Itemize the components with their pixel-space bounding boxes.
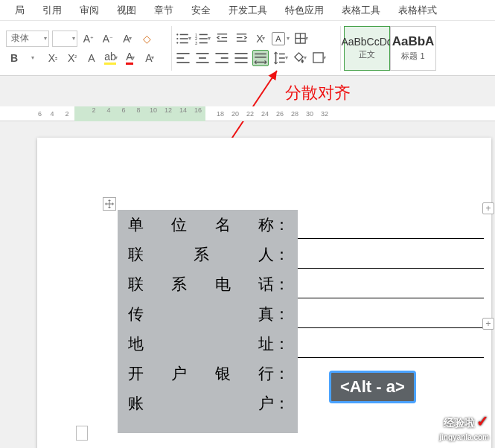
ribbon: 隶体▾ ▾ A⁺ A⁻ A▾ ◇ B ▾ X₂ X² A ab▾ A▾ A▾ ▾… [0,21,495,76]
tab[interactable]: 审阅 [71,4,108,17]
ruler-tick: 16 [191,106,205,121]
table-underline [298,268,484,269]
increase-font-icon[interactable]: A⁺ [80,31,97,47]
cell-text: 传真 [128,304,274,324]
ruler-tick: 10 [146,106,161,121]
menu-tabs: 局 引用 审阅 视图 章节 安全 开发工具 特色应用 表格工具 表格样式 [0,0,495,21]
font-color-icon[interactable]: A▾ [122,50,138,66]
tab[interactable]: 章节 [145,4,182,17]
style-heading1[interactable]: AaBbA 标题 1 [390,26,436,71]
ruler-tick: 28 [287,110,302,118]
shading-icon[interactable]: ▾ [291,50,307,66]
ruler-tick: 20 [228,110,243,118]
ruler-tick: 32 [317,110,332,118]
table-cell[interactable]: 单位名称： [118,210,298,240]
decrease-font-icon[interactable]: A⁻ [100,31,116,47]
annotation-label: 分散对齐 [285,82,351,104]
tab[interactable]: 局 [6,4,33,17]
ruler-tick: 6 [116,106,131,121]
font-size-select[interactable]: ▾ [52,31,77,47]
tab[interactable]: 表格工具 [333,4,389,17]
cell-text: 地址 [128,333,274,354]
ruler-tick: 30 [302,110,317,118]
svg-point-0 [176,33,178,35]
insert-column-icon[interactable]: + [482,202,494,214]
watermark: 经验啦✓ jingyanla.com [439,412,489,442]
font-name: 隶体 [11,32,29,45]
align-distribute-icon[interactable] [252,50,269,66]
highlight-icon[interactable]: ab▾ [103,50,119,66]
cell-colon: ： [274,393,287,414]
keyboard-shortcut-badge: <Alt - a> [329,371,416,403]
ruler-tick: 8 [131,106,146,121]
emphasis-icon[interactable]: A▾ [141,50,158,66]
ruler-tick: 4 [45,110,60,118]
font-name-select[interactable]: 隶体▾ [6,31,49,47]
cell-colon: ： [274,274,287,295]
table-underline [298,298,484,298]
indent-icon[interactable] [233,31,249,47]
table-cell[interactable]: 联系电话： [118,269,298,299]
tab[interactable]: 开发工具 [220,4,276,17]
underline-icon[interactable]: ▾ [25,50,42,66]
ruler-tick: 12 [161,106,176,121]
number-list-icon[interactable]: 123▾ [194,31,211,47]
clear-a-icon[interactable]: A [83,50,100,66]
clear-format-icon[interactable]: ◇ [138,31,155,47]
table-move-handle-icon[interactable] [103,197,116,211]
align-left-icon[interactable] [175,50,191,66]
table-cell[interactable]: 传真： [118,299,298,329]
superscript-icon[interactable]: X² [64,50,80,66]
outdent-icon[interactable] [214,31,230,47]
table-underline [298,357,484,358]
cell-colon: ： [274,304,287,324]
align-center-icon[interactable] [194,50,211,66]
ruler-tick: 26 [272,110,287,118]
insert-column-icon[interactable]: + [482,318,494,330]
table-cell[interactable]: 联系人： [118,240,298,269]
cell-text: 开户银行 [128,363,274,384]
tab[interactable]: 安全 [182,4,220,17]
horizontal-ruler[interactable]: 6 4 2 2 4 6 8 10 12 14 16 18 20 22 24 26… [0,106,495,121]
change-case-icon[interactable]: A▾ [119,31,135,47]
char-border-icon[interactable]: A [272,32,285,45]
ruler-tick: 22 [243,110,258,118]
table-underline [298,238,484,239]
style-label: 正文 [359,49,375,60]
tab[interactable]: 表格样式 [389,4,446,17]
ruler-tick: 18 [213,110,228,118]
table-cell[interactable]: 账户： [118,388,298,418]
cell-colon: ： [274,244,287,265]
tab[interactable]: 视图 [108,4,145,17]
align-right-icon[interactable] [214,50,230,66]
tab[interactable]: 特色应用 [276,4,333,17]
bullet-list-icon[interactable]: ▾ [175,31,191,47]
cell-text: 联系人 [128,244,274,265]
ruler-tick: 24 [258,110,272,118]
ruler-tick: 14 [176,106,191,121]
style-preview: AaBbA [392,34,435,49]
style-normal[interactable]: AaBbCcDd 正文 [344,26,390,71]
table-selection[interactable]: 单位名称： 联系人： 联系电话： 传真： 地址： 开户银行： 账户： [118,210,298,433]
paragraph-border-icon[interactable]: ▾ [310,50,327,66]
cell-colon: ： [274,333,287,354]
cell-text: 单位名称 [128,214,274,235]
ruler-tick: 2 [60,110,74,118]
subscript-icon[interactable]: X₂ [45,50,61,66]
tab[interactable]: 引用 [33,4,71,17]
bold-icon[interactable]: B [6,50,22,66]
borders-icon[interactable]: ▾ [293,31,309,47]
ruler-tick: 4 [101,106,116,121]
text-direction-icon[interactable]: X▾ [252,31,269,47]
table-cell[interactable]: 开户银行： [118,359,298,388]
ruler-tick: 2 [86,106,101,121]
cell-colon: ： [274,363,287,384]
align-justify-icon[interactable] [233,50,249,66]
cell-text: 联系电话 [128,274,274,295]
style-preview: AaBbCcDd [341,36,392,48]
svg-point-4 [176,42,178,43]
page-icon[interactable] [76,426,88,441]
line-spacing-icon[interactable]: ▾ [272,50,288,66]
table-cell[interactable]: 地址： [118,329,298,359]
svg-rect-40 [313,53,322,63]
